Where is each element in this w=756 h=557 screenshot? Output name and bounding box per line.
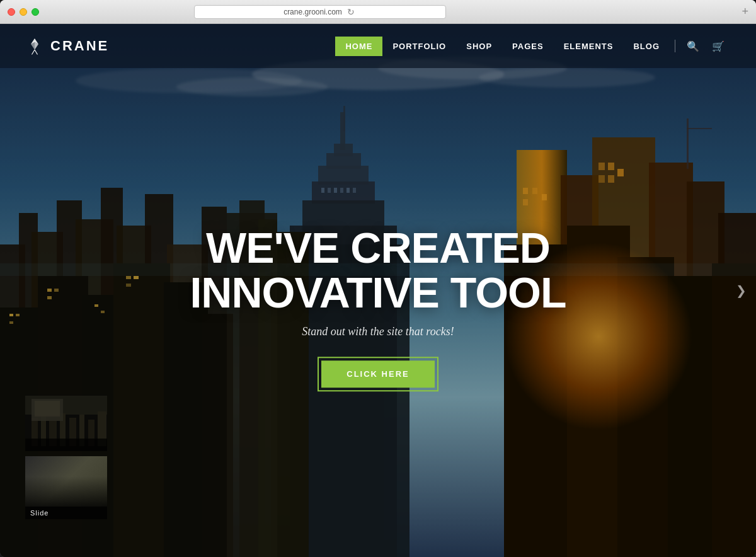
search-icon[interactable]: 🔍 <box>680 35 706 57</box>
nav-item-pages[interactable]: PAGES <box>502 37 554 56</box>
traffic-lights <box>8 8 39 16</box>
nav-item-elements[interactable]: ELEMENTS <box>554 37 624 56</box>
logo[interactable]: CRANE <box>25 37 109 55</box>
slide-thumb-overlay <box>25 456 107 507</box>
logo-text: CRANE <box>50 38 109 54</box>
svg-line-93 <box>32 50 35 55</box>
hero-title: WE'VE CREATED INNOVATIVE TOOL <box>158 226 598 316</box>
hero-title-line2: INNOVATIVE TOOL <box>190 269 566 317</box>
hero-subtitle: Stand out with the site that rocks! <box>158 325 598 338</box>
slide-label: Slide <box>25 507 107 519</box>
nav-item-portfolio[interactable]: PORTFOLIO <box>382 37 456 56</box>
slide-thumbnail[interactable]: Slide <box>25 456 107 519</box>
nav-item-home[interactable]: HOME <box>335 37 382 56</box>
navbar: CRANE HOME PORTFOLIO SHOP PAGES ELEMENTS… <box>0 24 756 68</box>
minimize-button[interactable] <box>20 8 27 16</box>
svg-line-94 <box>35 50 38 55</box>
logo-icon <box>25 37 44 55</box>
svg-rect-88 <box>35 401 60 416</box>
hero-title-line1: WE'VE CREATED <box>206 224 550 272</box>
slide-thumb-image <box>25 456 107 507</box>
refresh-button[interactable]: ↻ <box>347 7 357 17</box>
nav-links: HOME PORTFOLIO SHOP PAGES ELEMENTS BLOG … <box>335 35 731 57</box>
nav-divider <box>675 40 675 52</box>
nav-item-shop[interactable]: SHOP <box>456 37 502 56</box>
url-text: crane.grooni.com <box>284 8 342 16</box>
title-bar: crane.grooni.com ↻ + <box>0 0 756 24</box>
url-bar[interactable]: crane.grooni.com ↻ <box>194 5 446 19</box>
cart-icon[interactable]: 🛒 <box>706 35 731 57</box>
svg-rect-89 <box>25 439 107 451</box>
hero-cta-button[interactable]: CLICK HERE <box>321 360 434 388</box>
website-content: CRANE HOME PORTFOLIO SHOP PAGES ELEMENTS… <box>0 24 756 557</box>
browser-window: crane.grooni.com ↻ + <box>0 0 756 557</box>
hero-content: WE'VE CREATED INNOVATIVE TOOL Stand out … <box>158 226 598 388</box>
add-tab-button[interactable]: + <box>742 5 748 18</box>
maximize-button[interactable] <box>32 8 39 16</box>
next-slide-button[interactable]: ❯ <box>736 283 747 298</box>
nav-item-blog[interactable]: BLOG <box>623 37 670 56</box>
close-button[interactable] <box>8 8 15 16</box>
